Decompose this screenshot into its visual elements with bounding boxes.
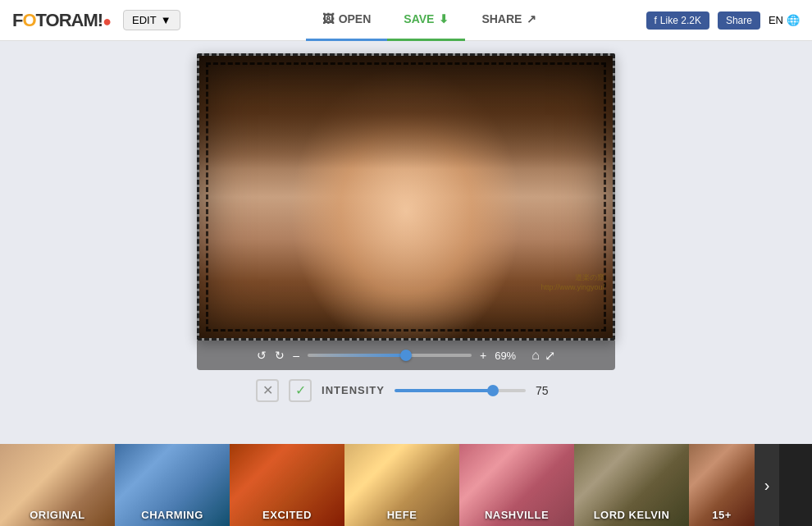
main-area: 道楽の窟 http://www.yingyou/ ↺ ↻ – + 69% ⌂ ⤢… xyxy=(0,41,812,444)
fb-like-count: Like 2.2K xyxy=(660,15,701,26)
intensity-slider-thumb xyxy=(487,385,499,396)
edit-mode-button[interactable]: EDIT ▼ xyxy=(123,10,180,30)
nav-share[interactable]: SHARE ↗ xyxy=(465,0,553,41)
filter-label-next: 15+ xyxy=(712,509,732,521)
language-selector[interactable]: EN 🌐 xyxy=(769,14,800,26)
facebook-icon: f xyxy=(655,15,657,26)
filter-item-charming[interactable]: CHARMING xyxy=(115,444,230,526)
intensity-value: 75 xyxy=(536,384,556,397)
globe-icon: 🌐 xyxy=(787,14,800,26)
filter-label-lordkelvin: LORD KELVIN xyxy=(594,509,670,521)
facebook-share-button[interactable]: Share xyxy=(718,11,760,30)
filter-label-hefe: HEFE xyxy=(387,509,417,521)
filter-label-original: ORIGINAL xyxy=(30,509,85,521)
save-icon: ⬇ xyxy=(439,12,449,25)
zoom-fit-controls: ⌂ ⤢ xyxy=(531,348,555,364)
header-right: f Like 2.2K Share EN 🌐 xyxy=(646,11,800,30)
watermark: 道楽の窟 http://www.yingyou/ xyxy=(541,272,604,293)
watermark-line1: 道楽の窟 xyxy=(541,272,604,283)
share-icon: ↗ xyxy=(527,12,536,25)
chevron-down-icon: ▼ xyxy=(161,14,171,26)
filter-thumb-lordkelvin: LORD KELVIN xyxy=(574,444,689,526)
zoom-slider[interactable] xyxy=(308,354,472,357)
zoom-out-icon[interactable]: – xyxy=(293,349,299,362)
intensity-label: INTENSITY xyxy=(322,384,385,396)
edit-mode-label: EDIT xyxy=(132,14,157,26)
nav-save[interactable]: SAVE ⬇ xyxy=(387,0,465,41)
filter-thumb-excited: EXCITED xyxy=(230,444,344,526)
cancel-button[interactable]: ✕ xyxy=(256,379,279,402)
fit-screen-icon[interactable]: ⌂ xyxy=(531,348,540,364)
zoom-slider-thumb xyxy=(400,350,412,361)
filter-thumb-hefe: HEFE xyxy=(344,444,459,526)
fb-share-label: Share xyxy=(726,15,752,26)
intensity-slider[interactable] xyxy=(395,389,526,392)
filter-strip: ORIGINAL CHARMING EXCITED HEFE NASHVILLE… xyxy=(0,444,812,526)
filter-thumb-original: ORIGINAL xyxy=(0,444,115,526)
filter-label-nashville: NASHVILLE xyxy=(485,509,549,521)
fullscreen-icon[interactable]: ⤢ xyxy=(545,348,555,364)
filter-item-next[interactable]: 15+ xyxy=(689,444,755,526)
watermark-line2: http://www.yingyou/ xyxy=(541,282,604,293)
filter-thumb-next: 15+ xyxy=(689,444,755,526)
nav-open[interactable]: 🖼 OPEN xyxy=(306,0,388,41)
nav-save-label: SAVE xyxy=(404,12,434,25)
rotate-left-icon[interactable]: ↺ xyxy=(257,349,267,362)
rotate-right-icon[interactable]: ↻ xyxy=(275,349,285,362)
nav-share-label: SHARE xyxy=(481,12,522,25)
lang-label: EN xyxy=(769,14,783,26)
canvas-wrapper[interactable]: 道楽の窟 http://www.yingyou/ xyxy=(197,53,615,341)
confirm-button[interactable]: ✓ xyxy=(289,379,312,402)
filter-item-original[interactable]: ORIGINAL xyxy=(0,444,115,526)
filter-item-excited[interactable]: EXCITED xyxy=(230,444,344,526)
chevron-right-icon: › xyxy=(764,476,770,495)
header: FOTORAM!● EDIT ▼ 🖼 OPEN SAVE ⬇ SHARE ↗ f… xyxy=(0,0,812,41)
filter-item-lordkelvin[interactable]: LORD KELVIN xyxy=(574,444,689,526)
facebook-like-button[interactable]: f Like 2.2K xyxy=(646,11,709,30)
zoom-in-icon[interactable]: + xyxy=(480,349,486,362)
filter-item-hefe[interactable]: HEFE xyxy=(344,444,459,526)
filter-thumb-charming: CHARMING xyxy=(115,444,230,526)
zoom-percent: 69% xyxy=(495,350,523,362)
open-icon: 🖼 xyxy=(322,12,334,25)
filter-thumb-nashville: NASHVILLE xyxy=(459,444,574,526)
intensity-bar: ✕ ✓ INTENSITY 75 xyxy=(197,372,615,409)
zoom-bar: ↺ ↻ – + 69% ⌂ ⤢ xyxy=(197,341,615,370)
nav-open-label: OPEN xyxy=(339,12,372,25)
filter-label-charming: CHARMING xyxy=(141,509,203,521)
filter-next-button[interactable]: › xyxy=(755,444,779,526)
header-nav: 🖼 OPEN SAVE ⬇ SHARE ↗ xyxy=(226,0,634,41)
photo xyxy=(199,56,613,338)
filter-item-nashville[interactable]: NASHVILLE xyxy=(459,444,574,526)
logo: FOTORAM!● xyxy=(12,10,111,31)
filter-label-excited: EXCITED xyxy=(262,509,312,521)
canvas-image xyxy=(199,56,613,338)
